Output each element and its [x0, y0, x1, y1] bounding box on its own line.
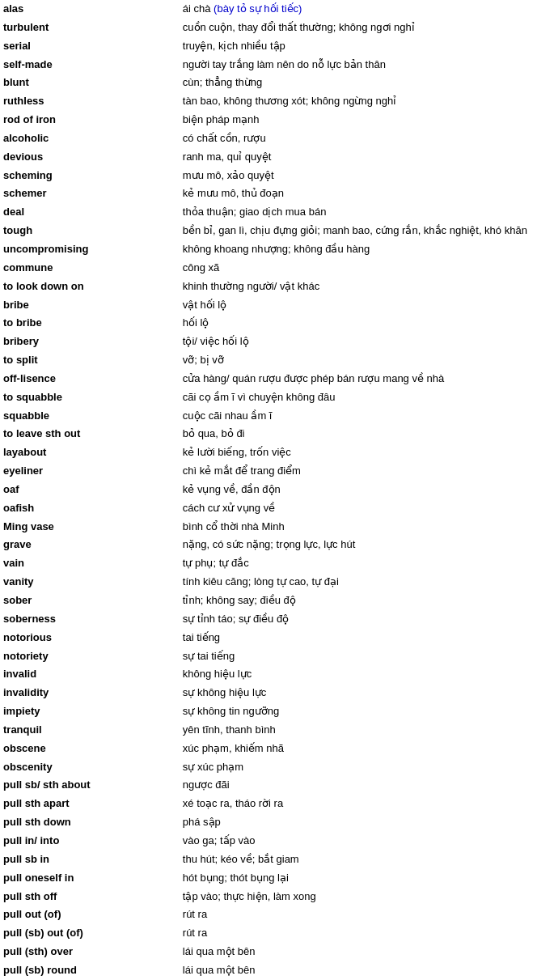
- term-cell: vanity: [0, 573, 180, 592]
- definition-cell: bền bỉ, gan lì, chịu đựng giỏi; manh bao…: [180, 222, 537, 240]
- definition-cell: nặng, có sức nặng; trọng lực, lực hút: [180, 536, 537, 554]
- term-cell: invalidity: [0, 684, 180, 702]
- table-row: communecông xã: [0, 259, 537, 278]
- term-cell: blunt: [0, 74, 180, 92]
- table-row: pull (sb) roundlái qua một bên: [0, 961, 537, 980]
- table-row: turbulentcuồn cuộn, thay đổi thất thường…: [0, 19, 537, 37]
- table-row: serialtruyện, kịch nhiều tập: [0, 37, 537, 56]
- term-cell: pull (sth) over: [0, 943, 180, 961]
- table-row: uncompromisingkhông khoang nhượng; không…: [0, 240, 537, 259]
- definition-cell: sự không hiệu lực: [180, 684, 537, 702]
- term-cell: pull sth off: [0, 888, 180, 906]
- definition-cell: cuồn cuộn, thay đổi thất thường; không n…: [180, 19, 537, 37]
- table-row: oafkẻ vụng về, đần độn: [0, 481, 537, 499]
- definition-cell: ngược đãi: [180, 776, 537, 795]
- term-cell: bribery: [0, 333, 180, 351]
- table-row: pull in/ intovào ga; tấp vào: [0, 832, 537, 851]
- definition-cell: xé toạc ra, tháo rời ra: [180, 795, 537, 813]
- term-cell: pull in/ into: [0, 832, 180, 851]
- term-cell: sober: [0, 592, 180, 610]
- table-row: impietysự không tin ngưỡng: [0, 702, 537, 721]
- definition-cell: tập vào; thực hiện, làm xong: [180, 888, 537, 906]
- definition-cell: xúc phạm, khiếm nhã: [180, 740, 537, 758]
- definition-cell: chì kẻ mắt để trang điểm: [180, 462, 537, 481]
- term-cell: alas: [0, 0, 180, 19]
- definition-cell: sự tai tiếng: [180, 647, 537, 666]
- term-cell: squabble: [0, 407, 180, 426]
- table-row: schemerkẻ mưu mô, thủ đoạn: [0, 185, 537, 203]
- term-cell: bribe: [0, 296, 180, 315]
- table-row: vaintự phụ; tự đắc: [0, 554, 537, 573]
- table-row: alcoholiccó chất cồn, rượu: [0, 129, 537, 148]
- term-cell: invalid: [0, 665, 180, 684]
- term-cell: pull sth down: [0, 813, 180, 832]
- table-row: pull sb/ sth aboutngược đãi: [0, 776, 537, 795]
- term-cell: vain: [0, 554, 180, 573]
- definition-cell: cãi cọ ầm ĩ vì chuyện không đâu: [180, 388, 537, 407]
- table-row: pull sth offtập vào; thực hiện, làm xong: [0, 888, 537, 906]
- table-row: pull oneself inhót bụng; thót bụng lại: [0, 869, 537, 888]
- table-row: briberytội/ việc hối lộ: [0, 333, 537, 351]
- term-cell: to look down on: [0, 278, 180, 296]
- term-cell: tough: [0, 222, 180, 240]
- definition-cell: rút ra: [180, 906, 537, 924]
- table-row: invalidkhông hiệu lực: [0, 665, 537, 684]
- term-cell: alcoholic: [0, 129, 180, 148]
- definition-cell: cuộc cãi nhau ầm ĩ: [180, 407, 537, 426]
- term-cell: pull (sb) out (of): [0, 924, 180, 943]
- term-cell: commune: [0, 259, 180, 278]
- definition-cell: ranh ma, quỉ quyệt: [180, 148, 537, 167]
- table-row: bluntcùn; thẳng thừng: [0, 74, 537, 92]
- definition-cell: sự tỉnh táo; sự điều độ: [180, 610, 537, 629]
- definition-cell: sự không tin ngưỡng: [180, 702, 537, 721]
- definition-cell: không hiệu lực: [180, 665, 537, 684]
- definition-cell: tính kiêu căng; lòng tự cao, tự đại: [180, 573, 537, 592]
- term-cell: tranquil: [0, 721, 180, 740]
- term-cell: to bribe: [0, 314, 180, 333]
- table-row: ruthlesstàn bao, không thương xót; không…: [0, 92, 537, 111]
- term-cell: scheming: [0, 167, 180, 185]
- table-row: to splitvỡ; bị vỡ: [0, 351, 537, 370]
- table-row: oafishcách cư xử vụng về: [0, 499, 537, 518]
- definition-cell: không khoang nhượng; không đầu hàng: [180, 240, 537, 259]
- term-cell: obscene: [0, 740, 180, 758]
- term-cell: rod of iron: [0, 111, 180, 129]
- definition-cell: ái chà (bày tỏ sự hối tiếc): [180, 0, 537, 19]
- term-cell: soberness: [0, 610, 180, 629]
- definition-cell: tàn bao, không thương xót; không ngừng n…: [180, 92, 537, 111]
- definition-cell: cửa hàng/ quán rượu được phép bán rượu m…: [180, 370, 537, 388]
- term-cell: to squabble: [0, 388, 180, 407]
- term-cell: Ming vase: [0, 518, 180, 537]
- term-cell: pull (sb) round: [0, 961, 180, 980]
- vocabulary-table: alasái chà (bày tỏ sự hối tiếc)turbulent…: [0, 0, 537, 980]
- definition-cell: vật hối lộ: [180, 296, 537, 315]
- definition-cell: người tay trắng làm nên do nỗ lực bản th…: [180, 56, 537, 74]
- definition-cell: khinh thường người/ vật khác: [180, 278, 537, 296]
- table-row: bribevật hối lộ: [0, 296, 537, 315]
- table-row: rod of ironbiện pháp mạnh: [0, 111, 537, 129]
- definition-cell: bình cổ thời nhà Minh: [180, 518, 537, 537]
- definition-cell: tội/ việc hối lộ: [180, 333, 537, 351]
- definition-cell: tai tiếng: [180, 629, 537, 647]
- table-row: pull sth downphá sập: [0, 813, 537, 832]
- definition-cell: lái qua một bên: [180, 943, 537, 961]
- term-cell: pull sb in: [0, 851, 180, 869]
- definition-cell: công xã: [180, 259, 537, 278]
- table-row: off-lisencecửa hàng/ quán rượu được phép…: [0, 370, 537, 388]
- table-row: to look down onkhinh thường người/ vật k…: [0, 278, 537, 296]
- table-row: to bribehối lộ: [0, 314, 537, 333]
- definition-cell: phá sập: [180, 813, 537, 832]
- table-row: alasái chà (bày tỏ sự hối tiếc): [0, 0, 537, 19]
- definition-cell: mưu mô, xảo quyệt: [180, 167, 537, 185]
- table-row: notorioustai tiếng: [0, 629, 537, 647]
- definition-cell: tự phụ; tự đắc: [180, 554, 537, 573]
- term-cell: notoriety: [0, 647, 180, 666]
- term-cell: pull out (of): [0, 906, 180, 924]
- table-row: pull (sth) overlái qua một bên: [0, 943, 537, 961]
- term-cell: to split: [0, 351, 180, 370]
- table-row: pull sth apartxé toạc ra, tháo rời ra: [0, 795, 537, 813]
- table-row: squabblecuộc cãi nhau ầm ĩ: [0, 407, 537, 426]
- table-row: to leave sth outbỏ qua, bỏ đi: [0, 425, 537, 443]
- table-row: eyelinerchì kẻ mắt để trang điểm: [0, 462, 537, 481]
- table-row: obscenitysự xúc phạm: [0, 758, 537, 777]
